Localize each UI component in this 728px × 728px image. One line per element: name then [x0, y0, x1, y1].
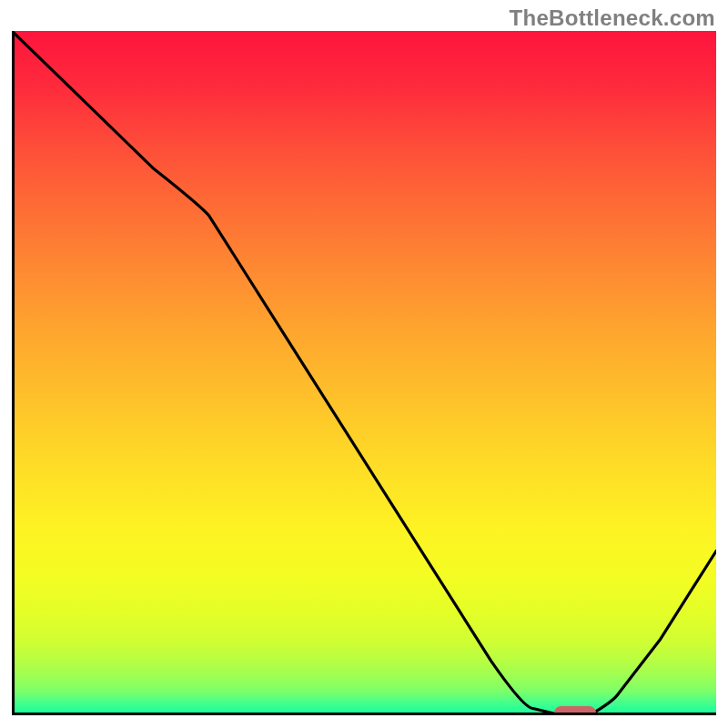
- curve-svg: [12, 31, 716, 715]
- watermark-text: TheBottleneck.com: [510, 5, 715, 31]
- optimal-marker: [554, 706, 596, 715]
- bottleneck-curve-path: [12, 31, 716, 715]
- bottleneck-chart: TheBottleneck.com: [0, 0, 728, 728]
- plot-area: [12, 31, 716, 715]
